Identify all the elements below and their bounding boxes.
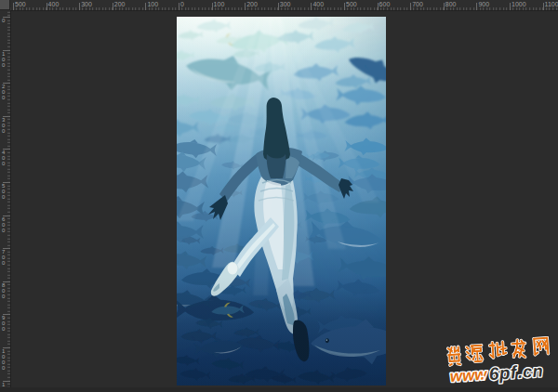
svg-text:.cn: .cn [517,361,544,382]
svg-text:6pf: 6pf [488,362,519,384]
